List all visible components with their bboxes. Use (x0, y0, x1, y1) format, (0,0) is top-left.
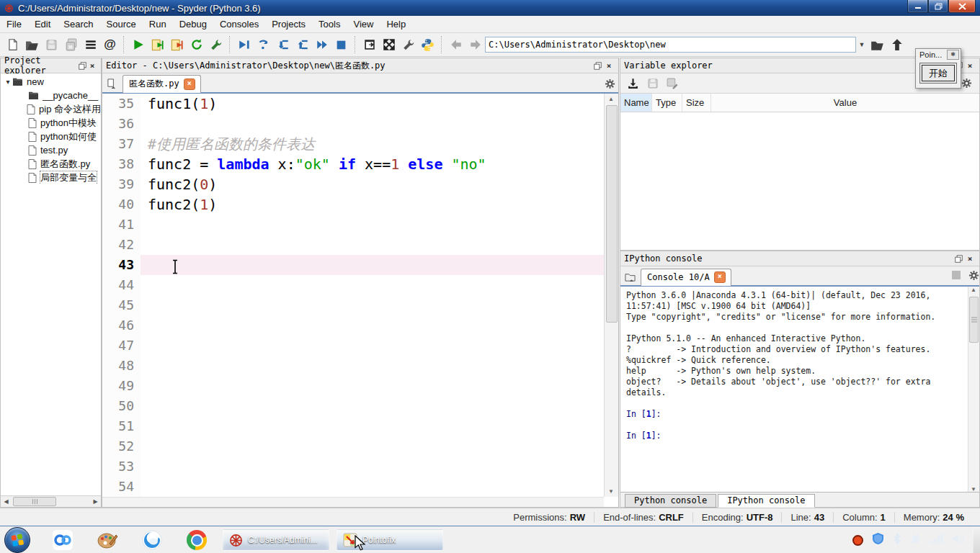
file-switcher-icon[interactable] (81, 35, 100, 55)
new-file-icon[interactable] (3, 35, 22, 55)
window-titlebar[interactable]: C:/Users/Administrator/Desktop/new - Spy… (0, 0, 980, 16)
import-data-icon[interactable] (623, 73, 643, 93)
editor-line[interactable]: 54 (102, 477, 604, 497)
menu-search[interactable]: Search (57, 17, 99, 31)
close-tab-icon[interactable]: × (714, 271, 726, 283)
bluetooth-tray-icon[interactable] (893, 533, 901, 547)
open-file-icon[interactable] (22, 35, 42, 55)
show-desktop-button[interactable] (973, 526, 980, 553)
save-data-icon[interactable] (643, 73, 662, 93)
console-output[interactable]: Python 3.6.0 |Anaconda 4.3.1 (64-bit)| (… (620, 287, 968, 493)
menu-source[interactable]: Source (100, 17, 143, 31)
minimize-button[interactable] (907, 0, 928, 13)
expand-caret-icon[interactable]: ▾ (4, 78, 12, 86)
power-plug-tray-icon[interactable] (910, 533, 922, 547)
menu-projects[interactable]: Projects (265, 17, 312, 31)
step-over-icon[interactable] (254, 35, 273, 55)
menu-view[interactable]: View (347, 17, 380, 31)
tree-item[interactable]: ▾new (1, 75, 101, 89)
browse-directory-icon[interactable] (868, 35, 887, 55)
editor-line[interactable]: 39func2(0) (102, 174, 604, 194)
close-panel-icon[interactable]: × (87, 60, 97, 71)
parent-directory-icon[interactable] (887, 35, 906, 55)
editor-options-gear-icon[interactable] (601, 76, 618, 91)
editor-line[interactable]: 37#使用匿名函数的条件表达 (102, 134, 604, 154)
chrome-taskbar-icon[interactable] (185, 529, 208, 552)
menu-edit[interactable]: Edit (28, 17, 57, 31)
tab-ipython-console[interactable]: IPython console (718, 494, 814, 508)
menu-debug[interactable]: Debug (173, 17, 213, 31)
recorder-tray-icon[interactable] (852, 535, 863, 546)
maximize-button[interactable] (928, 0, 948, 13)
console-options-gear-icon[interactable] (968, 270, 979, 284)
forward-icon[interactable] (466, 35, 485, 55)
step-into-icon[interactable] (273, 35, 293, 55)
editor-horizontal-scrollbar[interactable] (102, 497, 604, 507)
undock-icon[interactable] (592, 60, 603, 71)
browse-tabs-icon[interactable] (104, 76, 120, 91)
tree-item[interactable]: __pycache__ (1, 89, 101, 102)
back-icon[interactable] (446, 35, 466, 55)
security-shield-tray-icon[interactable] (873, 533, 883, 547)
run-cell-icon[interactable] (148, 35, 167, 55)
undock-icon[interactable] (953, 253, 964, 264)
menu-consoles[interactable]: Consoles (213, 17, 265, 31)
editor-line[interactable]: 40func2(1) (102, 194, 604, 215)
undock-icon[interactable] (77, 60, 87, 71)
save-data-as-icon[interactable] (662, 73, 682, 93)
pointofix-close-icon[interactable]: ✱ (947, 50, 959, 60)
network-signal-tray-icon[interactable] (931, 534, 943, 547)
volume-tray-icon[interactable] (953, 534, 964, 547)
taskbar-button-pointofix[interactable]: Pointofix (337, 529, 443, 551)
editor-line[interactable]: 51 (102, 416, 604, 436)
editor-line[interactable]: 45 (102, 295, 604, 315)
run-icon[interactable] (128, 35, 148, 55)
python-logo-icon[interactable] (418, 35, 437, 55)
symbol-finder-icon[interactable]: @ (100, 35, 120, 55)
rerun-cell-icon[interactable] (187, 35, 206, 55)
menu-file[interactable]: File (0, 17, 28, 31)
editor-line[interactable]: 38func2 = lambda x:"ok" if x==1 else "no… (102, 154, 604, 174)
tree-item[interactable]: python中模块 (1, 116, 101, 130)
fullscreen-icon[interactable] (379, 35, 398, 55)
column-size[interactable]: Size (682, 94, 711, 112)
editor-line[interactable]: 44 (102, 275, 604, 295)
pointofix-window[interactable]: Poin... ✱ 开始 (915, 48, 961, 89)
console-tab[interactable]: Console 10/A × (641, 269, 731, 286)
tree-item[interactable]: 局部变量与全 (1, 171, 101, 184)
editor-line[interactable]: 35func1(1) (102, 94, 604, 114)
save-all-icon[interactable] (61, 35, 81, 55)
editor-line[interactable]: 52 (102, 436, 604, 457)
browse-tabs-icon[interactable] (622, 269, 638, 284)
pointofix-start-button[interactable]: 开始 (919, 63, 957, 84)
tab-python-console[interactable]: Python console (625, 494, 716, 508)
close-tab-icon[interactable]: × (184, 78, 195, 90)
editor-line[interactable]: 50 (102, 396, 604, 416)
scroll-right-icon[interactable]: ▶ (90, 497, 101, 507)
menu-tools[interactable]: Tools (312, 17, 347, 31)
menu-run[interactable]: Run (143, 17, 173, 31)
run-cell-advance-icon[interactable] (167, 35, 187, 55)
tree-item[interactable]: python如何使 (1, 130, 101, 143)
editor-line[interactable]: 42 (102, 235, 604, 255)
editor-tab[interactable]: 匿名函数.py × (122, 75, 201, 93)
editor-line[interactable]: 36 (102, 114, 604, 134)
editor-line[interactable]: 41 (102, 215, 604, 235)
close-button[interactable] (948, 0, 976, 13)
paint-taskbar-icon[interactable] (96, 529, 119, 552)
taskbar-button-spyder[interactable]: C:/Users/Admini... (223, 529, 329, 551)
browser-taskbar-icon[interactable] (141, 529, 164, 552)
project-horizontal-scrollbar[interactable]: ◀ ▶ (1, 495, 101, 507)
tools-icon[interactable] (398, 35, 418, 55)
start-button[interactable] (4, 527, 30, 553)
console-vertical-scrollbar[interactable]: ▲ ▼ (968, 287, 979, 493)
column-value[interactable]: Value (711, 94, 979, 112)
close-panel-icon[interactable]: × (964, 253, 976, 264)
tree-item[interactable]: test.py (1, 143, 101, 157)
variable-table-header[interactable]: Name Type Size Value (620, 94, 979, 112)
tree-item[interactable]: 匿名函数.py (1, 157, 101, 171)
editor-vertical-scrollbar[interactable]: ▲ ▼ (604, 94, 618, 497)
save-icon[interactable] (42, 35, 61, 55)
editor-line[interactable]: 48 (102, 356, 604, 376)
editor-line[interactable]: 53 (102, 457, 604, 477)
